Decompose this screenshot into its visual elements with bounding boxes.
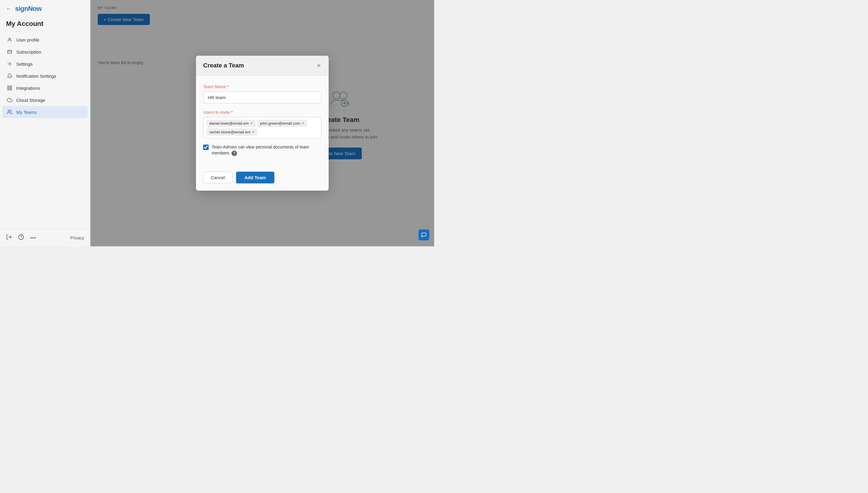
users-invite-label: Users to invite * (203, 110, 321, 115)
svg-point-7 (8, 110, 10, 112)
modal-header: Create a Team × (196, 56, 329, 76)
more-button[interactable]: ••• (30, 235, 36, 241)
tag-remove-button[interactable]: × (252, 130, 255, 134)
sidebar-item-label: Integrations (16, 86, 40, 91)
team-name-input[interactable] (203, 91, 321, 103)
modal-close-button[interactable]: × (316, 62, 321, 69)
back-button[interactable]: ← (6, 6, 12, 12)
user-icon (7, 37, 13, 43)
svg-rect-4 (10, 86, 12, 87)
tag-email: rachel.stone@email.em (209, 130, 250, 134)
sidebar-item-user-profile[interactable]: User profile (2, 34, 88, 46)
modal-footer: Cancel Add Team (196, 172, 329, 191)
admin-docs-checkbox[interactable] (203, 145, 209, 150)
sidebar-nav: User profile Subscription Settings (0, 34, 90, 229)
create-team-modal: Create a Team × Team Name * Users to inv… (196, 56, 329, 191)
sidebar-item-label: User profile (16, 37, 40, 42)
logo: signNow (15, 5, 42, 13)
svg-rect-3 (7, 86, 9, 87)
help-button[interactable] (18, 234, 24, 241)
add-team-button[interactable]: Add Team (236, 172, 274, 184)
sidebar: ← signNow My Account User profile Subscr… (0, 0, 90, 246)
main-content: MY TEAMS + Create New Team You're team l… (90, 0, 434, 246)
tag-remove-button[interactable]: × (250, 121, 253, 125)
invited-user-tag: rachel.stone@email.em × (206, 129, 257, 135)
sidebar-item-label: My Teams (16, 110, 37, 115)
chat-icon (421, 232, 427, 238)
settings-icon (7, 61, 13, 67)
sidebar-item-subscription[interactable]: Subscription (2, 46, 88, 58)
svg-rect-5 (7, 88, 9, 90)
sidebar-item-notification-settings[interactable]: Notification Settings (2, 70, 88, 82)
admin-docs-label: Team Admins can view personal documents … (211, 144, 321, 156)
chat-widget[interactable] (419, 230, 429, 240)
sidebar-footer: ••• Privacy (0, 229, 90, 246)
sidebar-item-cloud-storage[interactable]: Cloud Storage (2, 94, 88, 106)
sidebar-item-integrations[interactable]: Integrations (2, 82, 88, 94)
cancel-button[interactable]: Cancel (203, 172, 233, 184)
tag-email: daniel.lowe@email.em (209, 121, 249, 126)
account-title: My Account (0, 18, 90, 34)
modal-body: Team Name * Users to invite * daniel.low… (196, 76, 329, 172)
privacy-link[interactable]: Privacy (70, 236, 84, 240)
svg-rect-6 (10, 88, 12, 90)
team-name-label: Team Name * (203, 84, 321, 89)
sidebar-item-label: Notification Settings (16, 73, 56, 79)
subscription-icon (7, 49, 13, 55)
sidebar-header: ← signNow (0, 0, 90, 18)
modal-overlay: Create a Team × Team Name * Users to inv… (90, 0, 434, 246)
invited-user-tag: john.green@email.com × (257, 120, 307, 127)
tag-remove-button[interactable]: × (302, 121, 304, 125)
svg-rect-1 (7, 50, 12, 53)
sidebar-item-label: Settings (16, 61, 33, 67)
modal-title: Create a Team (203, 62, 244, 69)
logout-button[interactable] (6, 234, 12, 241)
help-tooltip-icon[interactable]: ? (231, 151, 237, 156)
integrations-icon (7, 85, 13, 91)
svg-point-0 (9, 38, 11, 40)
sidebar-item-label: Cloud Storage (16, 98, 45, 103)
svg-point-2 (9, 63, 11, 65)
sidebar-item-settings[interactable]: Settings (2, 58, 88, 70)
sidebar-item-label: Subscription (16, 49, 41, 55)
sidebar-item-my-teams[interactable]: My Teams (2, 106, 88, 118)
invited-user-tag: daniel.lowe@email.em × (206, 120, 255, 127)
tag-email: john.green@email.com (260, 121, 300, 126)
teams-icon (7, 109, 13, 115)
bell-icon (7, 73, 13, 79)
users-invite-input[interactable]: daniel.lowe@email.em × john.green@email.… (203, 117, 321, 138)
cloud-icon (7, 97, 13, 103)
admin-docs-permission-row: Team Admins can view personal documents … (203, 144, 321, 156)
